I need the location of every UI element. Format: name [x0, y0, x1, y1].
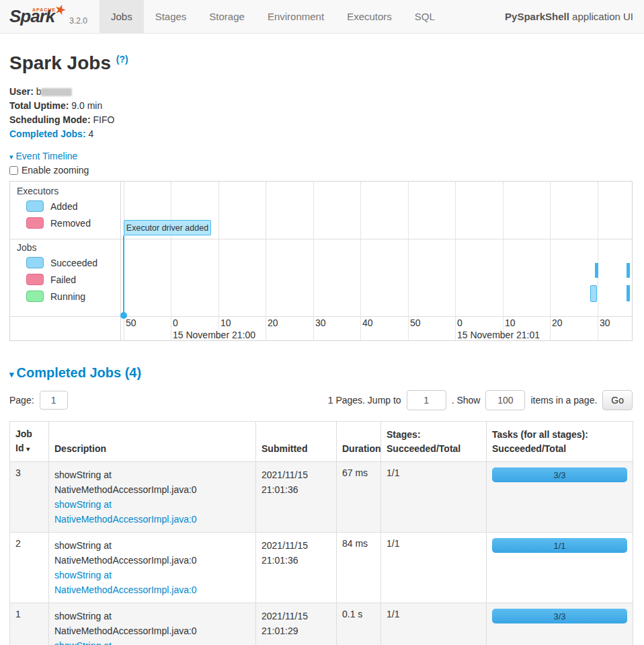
- completed-jobs-table: JobId ▾ Description Submitted Duration S…: [9, 421, 633, 645]
- pagination-top: Page: 1 Pages. Jump to . Show items in a…: [9, 390, 633, 410]
- col-submitted[interactable]: Submitted: [256, 422, 337, 462]
- enable-zooming-checkbox[interactable]: [9, 166, 18, 175]
- spark-version: 3.2.0: [69, 8, 87, 26]
- axis-tick: 50: [410, 317, 421, 328]
- pages-jump-text: 1 Pages. Jump to: [328, 395, 401, 406]
- executor-added-event-label[interactable]: Executor driver added: [124, 220, 211, 235]
- uptime-value: 9.0 min: [71, 100, 102, 111]
- stages-cell: 1/1: [381, 462, 487, 533]
- page-label: Page:: [9, 395, 34, 406]
- col-job-id[interactable]: JobId ▾: [10, 422, 49, 462]
- legend-removed-label: Removed: [50, 218, 91, 229]
- tab-environment[interactable]: Environment: [256, 0, 335, 33]
- submitted-cell: 2021/11/1521:01:36: [256, 462, 337, 533]
- duration-cell: 84 ms: [337, 533, 381, 603]
- user-value: b: [36, 86, 42, 97]
- application-title: PySparkShell application UI: [505, 0, 644, 33]
- axis-tick: 0: [173, 317, 178, 328]
- table-row-job-2: 2 showString at NativeMethodAccessorImpl…: [10, 533, 633, 603]
- jump-to-input[interactable]: [407, 390, 446, 410]
- completed-jobs-count: 4: [88, 128, 93, 139]
- page-title: Spark Jobs (?): [9, 52, 633, 74]
- collapse-triangle-icon: ▾: [9, 153, 13, 161]
- tab-executors[interactable]: Executors: [335, 0, 403, 33]
- job-bar[interactable]: [627, 263, 630, 278]
- job-bar[interactable]: [590, 285, 597, 302]
- description-text: showString at NativeMethodAccessorImpl.j…: [54, 467, 250, 497]
- legend-item-removed: Removed: [26, 217, 91, 229]
- tab-stages[interactable]: Stages: [144, 0, 198, 33]
- help-link[interactable]: (?): [116, 54, 128, 65]
- task-progress-bar: 3/3: [492, 467, 627, 482]
- description-link[interactable]: showString at NativeMethodAccessorImpl.j…: [54, 499, 197, 525]
- description-cell: showString at NativeMethodAccessorImpl.j…: [49, 462, 256, 533]
- job-bar[interactable]: [595, 263, 598, 278]
- task-progress-bar: 1/1: [492, 538, 627, 553]
- table-row-job-1: 1 showString at NativeMethodAccessorImpl…: [10, 603, 633, 645]
- description-link[interactable]: showString at NativeMethodAccessorImpl.j…: [54, 570, 197, 595]
- job-bar[interactable]: [627, 285, 630, 301]
- removed-swatch-icon: [26, 217, 44, 229]
- legend-running-label: Running: [50, 291, 85, 302]
- description-link[interactable]: showString at NativeMethodAccessorImpl.j…: [54, 640, 197, 645]
- summary-uptime: Total Uptime: 9.0 min: [9, 99, 633, 113]
- scheduling-value: FIFO: [93, 114, 114, 125]
- summary-user: User: b: [9, 85, 633, 99]
- table-header-row: JobId ▾ Description Submitted Duration S…: [10, 422, 633, 462]
- axis-date-2100: 15 November 21:00: [173, 330, 255, 340]
- summary-scheduling-mode: Scheduling Mode: FIFO: [9, 113, 633, 127]
- axis-tick: 20: [552, 317, 563, 328]
- job-id-cell: 2: [10, 533, 49, 603]
- stages-cell: 1/1: [381, 603, 487, 645]
- legend-failed-label: Failed: [50, 274, 76, 285]
- page-number-input[interactable]: [40, 391, 68, 410]
- legend-succeeded-label: Succeeded: [50, 258, 97, 268]
- apache-label: APACHE: [32, 7, 56, 12]
- table-row-job-3: 3 showString at NativeMethodAccessorImpl…: [10, 462, 633, 533]
- task-progress-bar: 3/3: [492, 609, 627, 623]
- axis-tick: 10: [220, 317, 231, 328]
- col-stages[interactable]: Stages:Succeeded/Total: [381, 422, 487, 462]
- legend-item-added: Added: [26, 200, 77, 212]
- description-text: showString at NativeMethodAccessorImpl.j…: [54, 538, 250, 568]
- spark-brand[interactable]: APACHE Spark ★ 3.2.0: [0, 0, 99, 33]
- tasks-cell: 3/3: [487, 462, 633, 533]
- col-description[interactable]: Description: [49, 422, 256, 462]
- sort-caret-icon: ▾: [26, 445, 30, 453]
- axis-tick: 40: [362, 317, 373, 328]
- tasks-cell: 1/1: [487, 533, 633, 603]
- items-text: items in a page.: [530, 395, 597, 406]
- running-swatch-icon: [26, 291, 44, 302]
- col-tasks[interactable]: Tasks (for all stages):Succeeded/Total: [487, 422, 633, 462]
- tab-storage[interactable]: Storage: [198, 0, 256, 33]
- app-summary: User: b Total Uptime: 9.0 min Scheduling…: [9, 85, 633, 141]
- axis-tick: 50: [126, 317, 136, 328]
- collapse-triangle-icon: ▾: [9, 369, 14, 379]
- legend-added-label: Added: [50, 201, 77, 212]
- description-cell: showString at NativeMethodAccessorImpl.j…: [49, 533, 256, 603]
- axis-tick: 30: [315, 317, 326, 328]
- succeeded-swatch-icon: [26, 257, 44, 268]
- description-text: showString at NativeMethodAccessorImpl.j…: [54, 609, 250, 638]
- axis-tick: 30: [600, 317, 610, 328]
- tasks-cell: 3/3: [487, 603, 633, 645]
- main-content: Spark Jobs (?) User: b Total Uptime: 9.0…: [0, 52, 644, 645]
- completed-jobs-link[interactable]: Completed Jobs:: [9, 128, 86, 139]
- legend-item-succeeded: Succeeded: [26, 257, 97, 268]
- go-button[interactable]: Go: [602, 390, 633, 410]
- legend-jobs-title: Jobs: [17, 242, 37, 253]
- duration-cell: 67 ms: [337, 462, 381, 533]
- col-duration[interactable]: Duration: [337, 422, 381, 462]
- event-timeline-toggle[interactable]: ▾Event Timeline: [9, 151, 633, 161]
- event-timeline-panel[interactable]: Executors Added Removed Jobs Succeeded F…: [9, 181, 633, 341]
- axis-tick: 20: [268, 317, 278, 328]
- completed-jobs-heading[interactable]: ▾Completed Jobs (4): [9, 365, 633, 381]
- axis-date-2101: 15 November 21:01: [457, 330, 540, 340]
- stages-cell: 1/1: [381, 533, 487, 603]
- submitted-cell: 2021/11/1521:01:29: [256, 603, 337, 645]
- items-per-page-input[interactable]: [485, 390, 525, 410]
- tab-sql[interactable]: SQL: [403, 0, 446, 33]
- axis-tick: 10: [505, 317, 516, 328]
- nav-tabs: Jobs Stages Storage Environment Executor…: [99, 0, 446, 33]
- tab-jobs[interactable]: Jobs: [99, 0, 144, 33]
